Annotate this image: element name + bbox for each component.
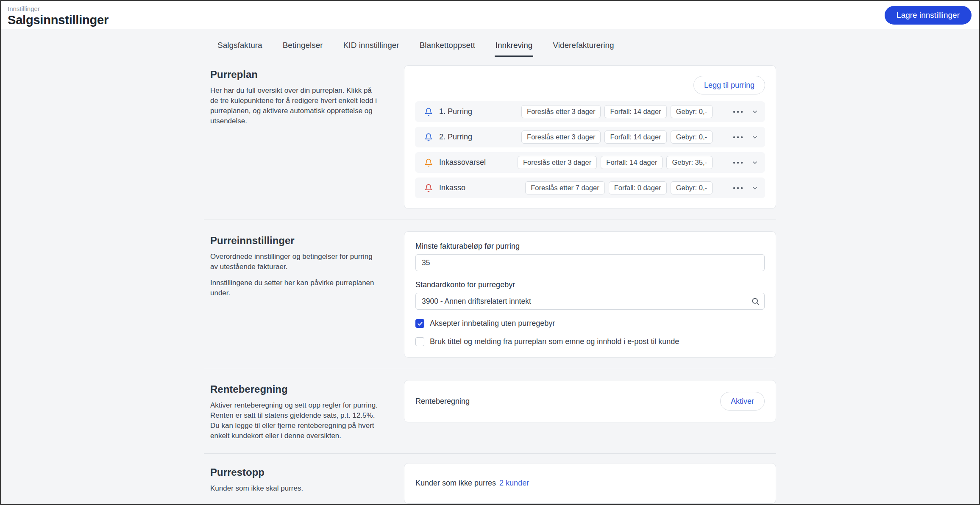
reminder-row-inkassovarsel: Inkassovarsel Foreslås etter 3 dager For… [415, 152, 765, 173]
use-title-message-label: Bruk tittel og melding fra purreplan som… [430, 337, 679, 346]
content: Salgsfaktura Betingelser KID innstilling… [204, 29, 776, 504]
purrestopp-heading: Purrestopp [210, 466, 379, 478]
min-amount-input[interactable] [415, 254, 765, 271]
section-divider [204, 368, 776, 368]
add-reminder-button[interactable]: Legg til purring [693, 76, 765, 94]
proposed-badge: Foreslås etter 3 dager [521, 105, 601, 118]
header: Innstillinger Salgsinnstillinger Lagre i… [1, 1, 979, 29]
reminder-name: 1. Purring [439, 107, 472, 116]
tab-innkreving[interactable]: Innkreving [495, 41, 534, 57]
more-options-icon[interactable] [731, 133, 745, 141]
more-options-icon[interactable] [731, 108, 745, 116]
bell-icon [424, 133, 433, 142]
due-badge: Forfall: 0 dager [609, 181, 667, 194]
renteberegning-intro: Renteberegning Aktiver renteberegning og… [204, 380, 404, 447]
bell-icon [424, 184, 433, 192]
purreinnstillinger-card: Minste fakturabeløp før purring Standard… [404, 231, 776, 358]
renteberegning-card: Renteberegning Aktiver [404, 380, 776, 422]
activate-interest-button[interactable]: Aktiver [720, 392, 765, 411]
fee-account-label: Standardkonto for purregebyr [415, 280, 765, 289]
purreinnstillinger-intro: Purreinnstillinger Overordnede innstilli… [204, 231, 404, 305]
accept-without-fee-label: Aksepter innbetaling uten purregebyr [430, 319, 555, 328]
due-badge: Forfall: 14 dager [601, 156, 663, 169]
fee-account-input[interactable] [415, 293, 765, 310]
tab-bar: Salgsfaktura Betingelser KID innstilling… [204, 29, 776, 57]
chevron-down-icon[interactable] [751, 106, 759, 118]
save-settings-button[interactable]: Lagre innstillinger [885, 6, 972, 25]
renteberegning-card-label: Renteberegning [415, 397, 470, 406]
bell-icon [424, 158, 433, 167]
fee-badge: Gebyr: 0,- [671, 105, 713, 118]
accept-without-fee-checkbox[interactable] [415, 319, 424, 328]
chevron-down-icon[interactable] [751, 131, 759, 143]
proposed-badge: Foreslås etter 3 dager [521, 130, 601, 144]
tab-blankettoppsett[interactable]: Blankettoppsett [419, 41, 476, 57]
purreinnstillinger-description-2: Innstillingene du setter her kan påvirke… [210, 278, 379, 298]
section-divider [204, 219, 776, 219]
section-divider [204, 453, 776, 454]
chevron-down-icon[interactable] [751, 157, 759, 169]
due-badge: Forfall: 14 dager [604, 130, 666, 144]
purrestopp-card: Kunder som ikke purres 2 kunder [404, 463, 776, 504]
fee-badge: Gebyr: 35,- [666, 156, 713, 169]
renteberegning-description: Aktiver renteberegning og sett opp regle… [210, 400, 379, 441]
bell-icon [424, 108, 433, 116]
fee-badge: Gebyr: 0,- [671, 130, 713, 144]
section-purrestopp: Purrestopp Kunder som ikke skal purres. … [204, 463, 776, 504]
breadcrumb[interactable]: Innstillinger [8, 5, 972, 12]
section-purreinnstillinger: Purreinnstillinger Overordnede innstilli… [204, 231, 776, 358]
purreinnstillinger-heading: Purreinnstillinger [210, 235, 379, 247]
min-amount-label: Minste fakturabeløp før purring [415, 242, 765, 251]
tab-viderefakturering[interactable]: Viderefakturering [552, 41, 615, 57]
accept-without-fee-row: Aksepter innbetaling uten purregebyr [415, 319, 765, 328]
purreinnstillinger-description-1: Overordnede innstillinger og betingelser… [210, 252, 379, 272]
purrestopp-card-label: Kunder som ikke purres [415, 479, 496, 488]
renteberegning-heading: Renteberegning [210, 383, 379, 395]
search-icon[interactable] [751, 297, 760, 305]
section-renteberegning: Renteberegning Aktiver renteberegning og… [204, 380, 776, 447]
fee-badge: Gebyr: 0,- [671, 181, 713, 194]
purreplan-description: Her har du full oversikt over din purrep… [210, 86, 379, 127]
reminder-name: 2. Purring [439, 133, 472, 142]
section-purreplan: Purreplan Her har du full oversikt over … [204, 65, 776, 209]
tab-salgsfaktura[interactable]: Salgsfaktura [217, 41, 263, 57]
app-window: Innstillinger Salgsinnstillinger Lagre i… [0, 0, 980, 505]
due-badge: Forfall: 14 dager [604, 105, 666, 118]
more-options-icon[interactable] [731, 159, 745, 166]
reminder-row-2-purring: 2. Purring Foreslås etter 3 dager Forfal… [415, 127, 765, 147]
purreplan-heading: Purreplan [210, 69, 379, 80]
page-title: Salgsinnstillinger [8, 13, 972, 27]
tab-kid-innstillinger[interactable]: KID innstillinger [342, 41, 400, 57]
purrestopp-description: Kunder som ikke skal purres. [210, 483, 379, 494]
purreplan-intro: Purreplan Her har du full oversikt over … [204, 65, 404, 133]
reminder-name: Inkassovarsel [439, 158, 486, 167]
proposed-badge: Foreslås etter 3 dager [518, 156, 597, 169]
use-title-message-row: Bruk tittel og melding fra purreplan som… [415, 337, 765, 346]
reminder-row-1-purring: 1. Purring Foreslås etter 3 dager Forfal… [415, 101, 765, 122]
reminder-row-inkasso: Inkasso Foreslås etter 7 dager Forfall: … [415, 178, 765, 198]
purreplan-card: Legg til purring 1. Purring Foreslås ett… [404, 65, 776, 209]
proposed-badge: Foreslås etter 7 dager [525, 181, 604, 194]
tab-betingelser[interactable]: Betingelser [282, 41, 324, 57]
use-title-message-checkbox[interactable] [415, 337, 424, 346]
purrestopp-intro: Purrestopp Kunder som ikke skal purres. [204, 463, 404, 499]
excluded-customers-link[interactable]: 2 kunder [499, 479, 529, 488]
more-options-icon[interactable] [731, 184, 745, 192]
reminder-name: Inkasso [439, 183, 465, 192]
chevron-down-icon[interactable] [751, 182, 759, 194]
